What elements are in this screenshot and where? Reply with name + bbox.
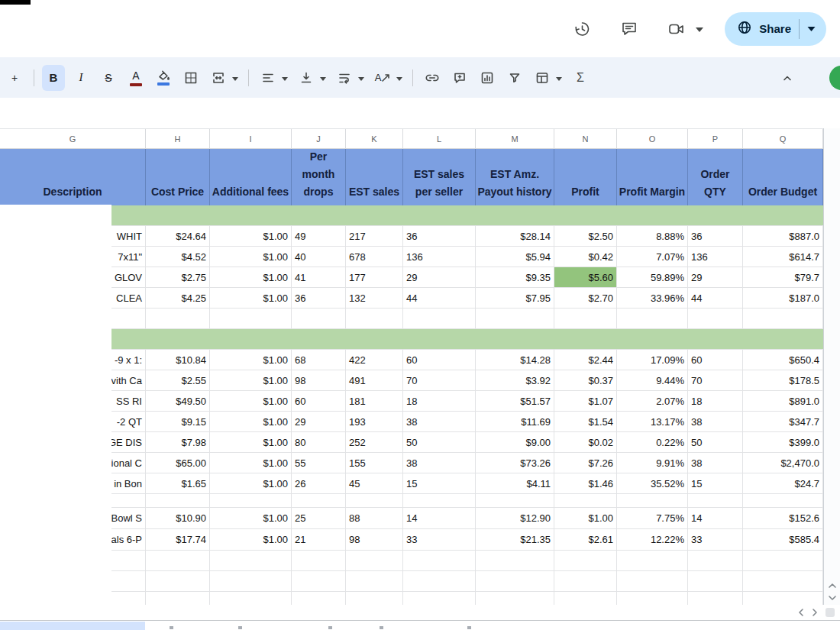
- cell[interactable]: 80: [292, 432, 346, 453]
- cell[interactable]: $1.00: [210, 432, 292, 453]
- column-header-M[interactable]: EST Amz. Payout history: [476, 149, 554, 205]
- table-dropdown[interactable]: [554, 66, 564, 89]
- cell[interactable]: [617, 551, 688, 571]
- cell[interactable]: $1.00: [554, 508, 617, 529]
- horizontal-scrollbar[interactable]: [0, 605, 840, 620]
- column-header-G[interactable]: Description: [0, 149, 146, 205]
- cell[interactable]: 50: [688, 432, 743, 453]
- cell[interactable]: $1.46: [554, 473, 617, 494]
- cell[interactable]: 422: [346, 350, 403, 370]
- bold-button[interactable]: B: [42, 65, 65, 91]
- cell[interactable]: $2.44: [554, 350, 617, 370]
- cell[interactable]: [403, 571, 476, 592]
- column-header-N[interactable]: Profit: [554, 149, 617, 205]
- cell[interactable]: [476, 571, 554, 592]
- cell[interactable]: $1.00: [210, 529, 292, 551]
- cell[interactable]: $9.15: [146, 412, 210, 432]
- cell[interactable]: $5.94: [476, 247, 554, 267]
- cell[interactable]: [476, 592, 554, 606]
- fill-color-button[interactable]: [152, 65, 175, 91]
- cell[interactable]: $399.0: [743, 432, 823, 453]
- strikethrough-button[interactable]: S: [97, 65, 120, 91]
- cell[interactable]: [688, 551, 743, 571]
- cell[interactable]: 0.22%: [617, 432, 688, 453]
- cell[interactable]: $7.98: [146, 432, 210, 453]
- vertical-scrollbar[interactable]: [823, 128, 840, 605]
- cell[interactable]: [688, 592, 743, 606]
- green-band[interactable]: [0, 329, 823, 350]
- cell[interactable]: $1.54: [554, 412, 617, 432]
- column-letter-I[interactable]: I: [210, 129, 292, 149]
- cell[interactable]: [688, 309, 743, 329]
- cell[interactable]: 68: [292, 350, 346, 370]
- cell[interactable]: [743, 551, 823, 571]
- cell[interactable]: $1.00: [210, 473, 292, 494]
- cell[interactable]: $14.28: [476, 350, 554, 370]
- borders-button[interactable]: [179, 65, 202, 91]
- cell[interactable]: $1.07: [554, 391, 617, 412]
- cell[interactable]: 25: [292, 508, 346, 529]
- text-rotation-dropdown[interactable]: [394, 66, 405, 89]
- cell[interactable]: 15: [403, 473, 476, 494]
- cell[interactable]: 38: [403, 453, 476, 473]
- cell[interactable]: $3.92: [476, 370, 554, 391]
- column-letter-M[interactable]: M: [476, 129, 554, 149]
- cell[interactable]: $887.0: [743, 226, 823, 247]
- cell[interactable]: 70: [688, 370, 743, 391]
- column-letter-K[interactable]: K: [346, 129, 403, 149]
- cell[interactable]: 45: [346, 473, 403, 494]
- cell[interactable]: [476, 494, 554, 508]
- cell[interactable]: 8.88%: [617, 226, 688, 247]
- merge-cells-dropdown[interactable]: [230, 66, 241, 89]
- cell[interactable]: [554, 309, 617, 329]
- cell[interactable]: [210, 571, 292, 592]
- cell[interactable]: 15: [688, 473, 743, 494]
- cell[interactable]: $17.74: [146, 529, 210, 551]
- cell[interactable]: [403, 551, 476, 571]
- cell[interactable]: [476, 309, 554, 329]
- column-header-O[interactable]: Profit Margin: [617, 149, 688, 205]
- cell[interactable]: $4.11: [476, 473, 554, 494]
- cell[interactable]: 33: [403, 529, 476, 551]
- cell[interactable]: $12.90: [476, 508, 554, 529]
- functions-button[interactable]: Σ: [569, 65, 592, 91]
- cell[interactable]: 60: [688, 350, 743, 370]
- table-button[interactable]: [531, 65, 554, 91]
- cell[interactable]: 29: [403, 267, 476, 288]
- column-header-J[interactable]: Per month drops: [292, 149, 346, 205]
- cell[interactable]: 18: [688, 391, 743, 412]
- vertical-align-dropdown[interactable]: [318, 66, 328, 89]
- cell[interactable]: 26: [292, 473, 346, 494]
- text-rotation-button[interactable]: A: [371, 65, 394, 91]
- cell[interactable]: [617, 571, 688, 592]
- cell[interactable]: 44: [403, 288, 476, 309]
- cell[interactable]: [146, 494, 210, 508]
- cell[interactable]: [688, 571, 743, 592]
- cell[interactable]: [210, 309, 292, 329]
- cell[interactable]: 18: [403, 391, 476, 412]
- cell[interactable]: [554, 551, 617, 571]
- cell[interactable]: 13.17%: [617, 412, 688, 432]
- cell[interactable]: $9.35: [476, 267, 554, 288]
- cell[interactable]: $0.42: [554, 247, 617, 267]
- cell[interactable]: 136: [688, 247, 743, 267]
- cell[interactable]: 38: [403, 412, 476, 432]
- cell[interactable]: 29: [292, 412, 346, 432]
- cell[interactable]: $24.7: [743, 473, 823, 494]
- share-button[interactable]: Share: [725, 12, 826, 46]
- cell[interactable]: 155: [346, 453, 403, 473]
- cell[interactable]: 59.89%: [617, 267, 688, 288]
- cell[interactable]: 33: [688, 529, 743, 551]
- cell[interactable]: $65.00: [146, 453, 210, 473]
- cell[interactable]: [146, 309, 210, 329]
- cell[interactable]: 217: [346, 226, 403, 247]
- cell[interactable]: 2.07%: [617, 391, 688, 412]
- merge-cells-button[interactable]: [207, 65, 230, 91]
- text-wrap-button[interactable]: [333, 65, 356, 91]
- column-letter-N[interactable]: N: [554, 129, 617, 149]
- column-letter-O[interactable]: O: [617, 129, 688, 149]
- column-header-P[interactable]: Order QTY: [688, 149, 743, 205]
- cell[interactable]: [146, 571, 210, 592]
- version-history-button[interactable]: [567, 14, 597, 44]
- cell[interactable]: 55: [292, 453, 346, 473]
